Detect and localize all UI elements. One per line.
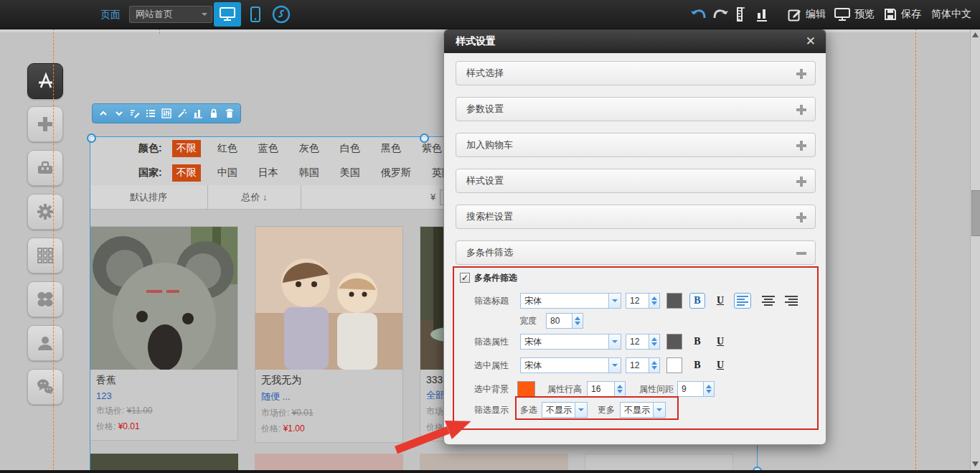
align-center-button[interactable] — [760, 293, 777, 309]
chevron-down-icon[interactable] — [575, 403, 587, 417]
filter-option[interactable]: 韩国 — [295, 164, 324, 182]
desktop-view-button[interactable] — [214, 2, 241, 27]
align-left-button[interactable] — [734, 293, 751, 309]
redo-button[interactable] — [713, 0, 729, 29]
multi-filter-checkbox[interactable]: ✓ — [460, 273, 470, 283]
sort-total-price[interactable]: 总价 ↓ — [208, 185, 301, 209]
multi-display-select[interactable]: 不显示 — [542, 402, 588, 418]
bold-button[interactable]: B — [689, 334, 705, 350]
sidebar-item-user[interactable] — [27, 325, 63, 361]
stepper-arrows-icon[interactable] — [572, 314, 583, 328]
chevron-down-icon[interactable] — [608, 334, 621, 349]
expand-icon[interactable] — [796, 141, 806, 151]
move-up-icon[interactable] — [98, 108, 108, 118]
tune-icon[interactable] — [161, 108, 171, 118]
section-multi-filter[interactable]: 多条件筛选 — [456, 240, 816, 265]
panel-header[interactable]: 样式设置 ✕ — [444, 29, 826, 53]
filter-option[interactable]: 俄罗斯 — [377, 164, 415, 182]
stats-icon[interactable] — [193, 108, 203, 118]
font-select[interactable]: 宋体 — [520, 334, 621, 350]
align-right-button[interactable] — [783, 293, 800, 309]
font-size-stepper[interactable]: 12 — [626, 334, 660, 350]
sidebar-item-settings[interactable] — [27, 194, 63, 230]
font-size-stepper[interactable]: 12 — [626, 357, 660, 373]
sidebar-item-wechat[interactable] — [27, 369, 63, 405]
language-switch[interactable]: 简体中文 — [931, 0, 971, 29]
product-card[interactable]: 香蕉 123 市场价: ¥11.00 价格: ¥0.01 — [90, 226, 238, 441]
trash-icon[interactable] — [225, 108, 235, 118]
ruler-button[interactable] — [733, 0, 746, 29]
selection-handle[interactable] — [87, 134, 96, 143]
section-params[interactable]: 参数设置 — [456, 97, 816, 121]
spacing-stepper[interactable]: 9 — [677, 381, 715, 397]
chevron-down-icon[interactable] — [653, 403, 665, 417]
move-down-icon[interactable] — [114, 108, 124, 118]
scroll-up-icon[interactable] — [972, 32, 979, 38]
filter-option[interactable]: 不限 — [172, 164, 201, 182]
stepper-arrows-icon[interactable] — [649, 358, 659, 373]
section-search-bar[interactable]: 搜索栏设置 — [456, 205, 816, 229]
width-stepper[interactable]: 80 — [546, 313, 583, 329]
filter-option[interactable]: 红色 — [213, 140, 242, 157]
chevron-down-icon[interactable] — [608, 358, 621, 373]
scrollbar[interactable] — [970, 29, 980, 470]
section-style-select[interactable]: 样式选择 — [456, 61, 816, 85]
stats-button[interactable] — [755, 0, 768, 29]
expand-icon[interactable] — [796, 177, 806, 187]
filter-option[interactable]: 白色 — [336, 140, 364, 157]
filter-option[interactable]: 不限 — [172, 140, 201, 157]
save-button[interactable]: 保存 — [884, 0, 921, 29]
expand-icon[interactable] — [796, 69, 806, 79]
product-link[interactable]: 随便 ... — [261, 390, 397, 403]
scroll-down-icon[interactable] — [972, 461, 979, 467]
filter-option[interactable]: 美国 — [336, 164, 364, 182]
sidebar-item-add[interactable] — [27, 106, 63, 142]
line-height-stepper[interactable]: 16 — [587, 381, 626, 397]
font-size-stepper[interactable]: 12 — [626, 293, 660, 309]
filter-option[interactable]: 蓝色 — [254, 140, 283, 157]
stepper-arrows-icon[interactable] — [649, 334, 659, 349]
magic-wand-icon[interactable] — [177, 108, 187, 118]
list-icon[interactable] — [146, 108, 156, 118]
font-select[interactable]: 宋体 — [520, 357, 621, 373]
link-button[interactable] — [271, 4, 291, 24]
undo-button[interactable] — [690, 0, 706, 29]
section-add-to-cart[interactable]: 加入购物车 — [456, 133, 816, 157]
font-select[interactable]: 宋体 — [520, 293, 621, 309]
collapse-icon[interactable] — [796, 252, 806, 255]
close-icon[interactable]: ✕ — [806, 34, 816, 49]
page-select[interactable]: 网站首页 — [129, 6, 212, 23]
bold-button[interactable]: B — [689, 357, 705, 373]
expand-icon[interactable] — [796, 212, 806, 223]
underline-button[interactable]: U — [712, 334, 728, 350]
filter-option[interactable]: 灰色 — [295, 140, 324, 157]
bold-button[interactable]: B — [689, 293, 705, 309]
sidebar-item-components[interactable] — [27, 281, 63, 317]
sidebar-item-apps[interactable] — [27, 238, 63, 273]
scrollbar-thumb[interactable] — [971, 190, 980, 236]
more-display-select[interactable]: 不显示 — [620, 402, 666, 418]
product-card[interactable]: 无我无为 随便 ... 市场价: ¥0.01 价格: ¥1.00 — [255, 226, 403, 443]
section-style-settings[interactable]: 样式设置 — [456, 169, 816, 193]
attr-color-swatch[interactable] — [666, 334, 682, 350]
filter-option[interactable]: 黑色 — [377, 140, 405, 157]
expand-icon[interactable] — [796, 105, 806, 115]
filter-option[interactable]: 日本 — [254, 164, 283, 182]
selection-handle[interactable] — [420, 134, 429, 143]
sort-default[interactable]: 默认排序 — [90, 185, 208, 209]
stepper-arrows-icon[interactable] — [614, 382, 625, 396]
sidebar-item-design[interactable] — [27, 63, 63, 99]
underline-button[interactable]: U — [712, 293, 728, 309]
bg-color-swatch[interactable] — [517, 381, 535, 397]
edit-button[interactable]: 编辑 — [788, 0, 826, 29]
mobile-view-button[interactable] — [245, 4, 265, 24]
chevron-down-icon[interactable] — [608, 294, 621, 308]
stepper-arrows-icon[interactable] — [703, 382, 714, 396]
lock-icon[interactable] — [209, 108, 219, 118]
sidebar-item-toolbox[interactable] — [27, 150, 63, 186]
title-color-swatch[interactable] — [666, 293, 682, 309]
selected-color-swatch[interactable] — [666, 357, 682, 373]
stepper-arrows-icon[interactable] — [649, 294, 659, 308]
product-link[interactable]: 123 — [96, 390, 232, 401]
underline-button[interactable]: U — [712, 357, 728, 373]
